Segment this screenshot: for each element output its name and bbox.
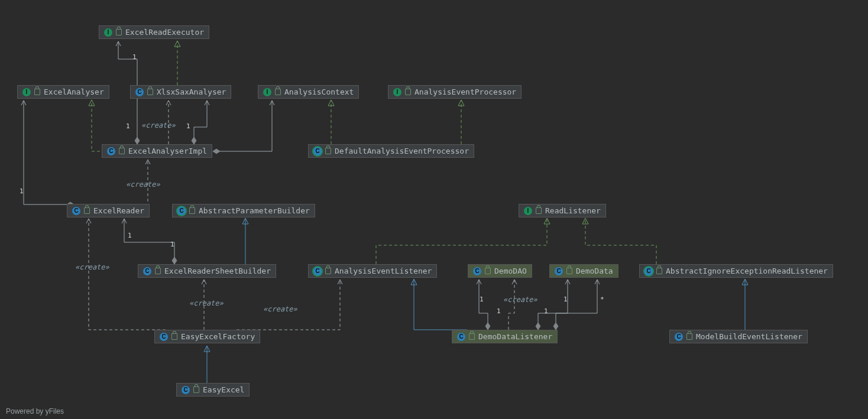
class-icon: C xyxy=(143,267,151,275)
node-analysis-event-listener[interactable]: CAnalysisEventListener xyxy=(308,264,437,278)
node-demo-dao[interactable]: CDemoDAO xyxy=(468,264,532,278)
node-label: AbstractIgnoreExceptionReadListener xyxy=(666,267,828,275)
interface-icon: I xyxy=(104,28,112,37)
node-demo-data[interactable]: CDemoData xyxy=(549,264,618,278)
node-excel-reader[interactable]: CExcelReader xyxy=(67,204,150,217)
lock-icon xyxy=(405,89,411,95)
node-analysis-event-processor[interactable]: IAnalysisEventProcessor xyxy=(388,85,522,99)
class-icon: C xyxy=(135,88,144,96)
lock-icon xyxy=(275,89,281,95)
mult-1: 1 xyxy=(497,307,501,315)
class-icon: C xyxy=(473,267,481,275)
node-label: AnalysisEventProcessor xyxy=(414,87,516,96)
node-label: ExcelAnalyser xyxy=(44,87,104,96)
uml-canvas: 1 1 1 1 1 1 1 1 1 1 * «create» «create» … xyxy=(0,0,868,419)
lock-icon xyxy=(193,386,199,393)
mult-1: 1 xyxy=(544,307,548,315)
node-label: ExcelReadExecutor xyxy=(125,28,204,37)
interface-icon: I xyxy=(393,88,401,96)
node-abstract-ignore-exception-read-listener[interactable]: CAbstractIgnoreExceptionReadListener xyxy=(639,264,833,278)
class-icon: C xyxy=(457,333,465,341)
class-icon: C xyxy=(675,333,683,341)
node-label: ExcelReaderSheetBuilder xyxy=(164,267,271,275)
lock-icon xyxy=(469,333,475,340)
node-default-analysis-event-processor[interactable]: CDefaultAnalysisEventProcessor xyxy=(308,144,474,158)
create-label: «create» xyxy=(189,299,224,307)
lock-icon xyxy=(656,268,662,274)
interface-icon: I xyxy=(22,88,31,96)
node-label: XlsxSaxAnalyser xyxy=(157,87,226,96)
interface-icon: I xyxy=(524,207,532,215)
node-excel-read-executor[interactable]: IExcelReadExecutor xyxy=(99,25,209,39)
node-label: DemoData xyxy=(576,267,613,275)
mult-star: * xyxy=(600,295,604,303)
mult-1: 1 xyxy=(128,232,132,239)
node-easy-excel[interactable]: CEasyExcel xyxy=(176,383,250,397)
node-label: EasyExcelFactory xyxy=(181,332,255,341)
mult-1: 1 xyxy=(132,53,137,61)
node-label: DemoDAO xyxy=(494,267,527,275)
create-label: «create» xyxy=(126,180,160,189)
node-label: ModelBuildEventListener xyxy=(696,332,802,341)
create-label: «create» xyxy=(141,121,176,129)
node-label: ExcelAnalyserImpl xyxy=(128,147,207,155)
node-label: DefaultAnalysisEventProcessor xyxy=(335,147,469,155)
lock-icon xyxy=(485,268,491,274)
lock-icon xyxy=(566,268,572,274)
attribution: Powered by yFiles xyxy=(6,407,64,415)
class-icon: C xyxy=(555,267,563,275)
mult-1: 1 xyxy=(563,295,568,303)
class-impl-icon: C xyxy=(177,207,186,215)
lock-icon xyxy=(34,89,40,95)
node-label: EasyExcel xyxy=(203,385,244,394)
lock-icon xyxy=(189,207,195,214)
class-icon: C xyxy=(160,333,168,341)
node-label: DemoDataListener xyxy=(478,332,552,341)
lock-icon xyxy=(325,148,331,154)
node-label: AbstractParameterBuilder xyxy=(199,206,310,215)
mult-1: 1 xyxy=(186,122,190,130)
mult-1: 1 xyxy=(170,241,174,248)
lock-icon xyxy=(147,89,153,95)
class-icon: C xyxy=(72,207,80,215)
node-xlsx-sax-analyser[interactable]: CXlsxSaxAnalyser xyxy=(130,85,231,99)
create-label: «create» xyxy=(263,305,297,313)
class-impl-icon: C xyxy=(313,147,322,155)
node-model-build-event-listener[interactable]: CModelBuildEventListener xyxy=(669,330,808,343)
node-excel-analyser-impl[interactable]: CExcelAnalyserImpl xyxy=(102,144,212,158)
lock-icon xyxy=(155,268,161,274)
lock-icon xyxy=(536,207,542,214)
mult-1: 1 xyxy=(480,295,484,303)
node-abstract-parameter-builder[interactable]: CAbstractParameterBuilder xyxy=(172,204,315,217)
lock-icon xyxy=(686,333,692,340)
mult-1: 1 xyxy=(20,187,24,195)
node-label: AnalysisContext xyxy=(284,87,354,96)
class-impl-icon: C xyxy=(313,267,322,275)
class-icon: C xyxy=(107,147,115,155)
lock-icon xyxy=(84,207,90,214)
lock-icon xyxy=(119,148,125,154)
lock-icon xyxy=(171,333,177,340)
lock-icon xyxy=(116,29,122,35)
class-impl-icon: C xyxy=(644,267,653,275)
node-label: ExcelReader xyxy=(93,206,144,215)
node-excel-reader-sheet-builder[interactable]: CExcelReaderSheetBuilder xyxy=(138,264,276,278)
node-read-listener[interactable]: IReadListener xyxy=(519,204,606,217)
class-icon: C xyxy=(182,386,190,394)
mult-1: 1 xyxy=(126,122,130,130)
node-analysis-context[interactable]: IAnalysisContext xyxy=(258,85,359,99)
node-demo-data-listener[interactable]: CDemoDataListener xyxy=(452,330,558,343)
node-excel-analyser[interactable]: IExcelAnalyser xyxy=(17,85,109,99)
node-easy-excel-factory[interactable]: CEasyExcelFactory xyxy=(154,330,260,343)
create-label: «create» xyxy=(75,263,109,271)
interface-icon: I xyxy=(263,88,271,96)
node-label: ReadListener xyxy=(545,206,601,215)
create-label: «create» xyxy=(503,295,537,304)
lock-icon xyxy=(325,268,331,274)
node-label: AnalysisEventListener xyxy=(335,267,432,275)
